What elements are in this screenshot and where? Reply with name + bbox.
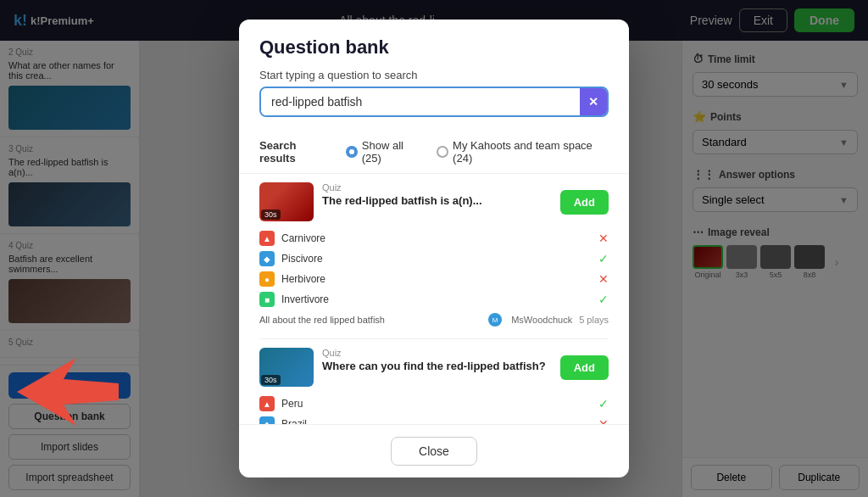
answer-text-carnivore: Carnivore — [281, 232, 592, 244]
answer-wrong-carnivore: ✕ — [598, 232, 609, 245]
result-thumb-1: 30s — [259, 182, 314, 221]
answer-1-herbivore: ● Herbivore ✕ — [259, 269, 609, 289]
result-thumb-timer-1: 30s — [261, 209, 281, 220]
modal-search-row: ✕ — [259, 87, 609, 117]
result-info-1: Quiz The red-lipped batfish is a(n)... — [322, 182, 552, 209]
result-question-1: The red-lipped batfish is a(n)... — [322, 194, 552, 209]
modal-question-bank: Question bank Start typing a question to… — [239, 20, 629, 477]
add-result-1-button[interactable]: Add — [560, 190, 609, 215]
result-thumb-2: 30s — [259, 348, 314, 387]
modal-search-clear-button[interactable]: ✕ — [580, 88, 607, 115]
triangle-icon-1: ▲ — [259, 231, 275, 246]
square-icon-1: ■ — [259, 292, 275, 307]
result-user-1: MsWoodchuck — [511, 315, 572, 325]
result-type-2: Quiz — [322, 348, 552, 358]
add-result-2-button[interactable]: Add — [560, 355, 609, 380]
circle-icon-1: ● — [259, 271, 275, 287]
answer-wrong-herbivore: ✕ — [598, 272, 609, 286]
result-thumb-timer-2: 30s — [261, 375, 281, 385]
modal-footer: Close — [239, 424, 629, 477]
answer-correct-peru: ✓ — [598, 397, 609, 410]
answer-text-invertivore: Invertivore — [281, 293, 592, 305]
answer-1-invertivore: ■ Invertivore ✓ — [259, 289, 609, 310]
result-type-1: Quiz — [322, 182, 552, 193]
filter-show-all[interactable]: Show all (25) — [346, 139, 423, 165]
diamond-icon-1: ◆ — [259, 251, 275, 266]
triangle-icon-2: ▲ — [259, 396, 275, 411]
result-card-2-header: 30s Quiz Where can you find the red-lipp… — [259, 348, 609, 387]
modal-header: Question bank Start typing a question to… — [239, 20, 629, 131]
filter-my-kahoots[interactable]: My Kahoots and team space (24) — [437, 139, 609, 165]
result-footer-1: All about the red lipped batfish M MsWoo… — [259, 310, 609, 330]
modal-search-label: Start typing a question to search — [259, 69, 609, 81]
modal-title: Question bank — [259, 36, 609, 59]
modal-results: 30s Quiz The red-lipped batfish is a(n).… — [239, 174, 629, 424]
modal-filter-row: Search results Show all (25) My Kahoots … — [239, 131, 629, 174]
modal-overlay[interactable]: Question bank Start typing a question to… — [0, 0, 868, 497]
result-card-1-header: 30s Quiz The red-lipped batfish is a(n).… — [259, 182, 609, 221]
result-plays-1: 5 plays — [579, 315, 609, 325]
answer-2-brazil: ◆ Brazil ✕ — [259, 414, 609, 424]
diamond-icon-2: ◆ — [259, 416, 275, 424]
answer-text-brazil: Brazil — [281, 418, 592, 424]
filter-section-title: Search results — [259, 139, 332, 165]
result-card-2: 30s Quiz Where can you find the red-lipp… — [259, 339, 609, 424]
answer-text-peru: Peru — [281, 398, 592, 410]
result-card-1: 30s Quiz The red-lipped batfish is a(n).… — [259, 174, 609, 339]
radio-dot-active — [346, 146, 358, 158]
close-modal-button[interactable]: Close — [391, 437, 477, 466]
answer-correct-piscivore: ✓ — [598, 252, 609, 265]
radio-dot-empty — [437, 146, 448, 158]
answer-text-piscivore: Piscivore — [281, 253, 592, 265]
result-source-1: All about the red lipped batfish — [259, 315, 481, 325]
result-question-2: Where can you find the red-lipped batfis… — [322, 360, 552, 374]
answer-1-piscivore: ◆ Piscivore ✓ — [259, 248, 609, 269]
user-badge-1: M — [488, 313, 502, 327]
answer-2-peru: ▲ Peru ✓ — [259, 394, 609, 414]
modal-search-input[interactable] — [261, 88, 580, 115]
answer-wrong-brazil: ✕ — [598, 417, 609, 424]
result-info-2: Quiz Where can you find the red-lipped b… — [322, 348, 552, 374]
answer-correct-invertivore: ✓ — [598, 293, 609, 306]
answer-text-herbivore: Herbivore — [281, 273, 592, 285]
answer-1-carnivore: ▲ Carnivore ✕ — [259, 228, 609, 248]
